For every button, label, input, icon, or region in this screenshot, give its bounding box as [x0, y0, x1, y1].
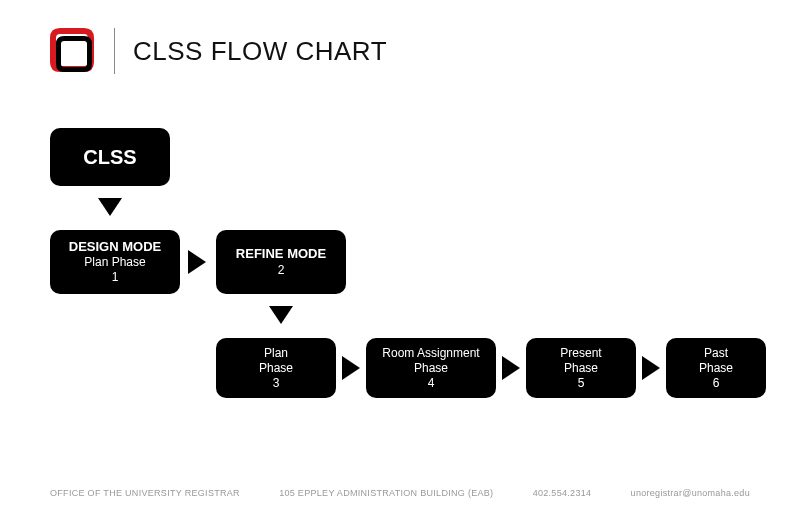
footer-phone: 402.554.2314	[533, 488, 592, 498]
flow-node-line: Phase	[414, 361, 448, 376]
flow-node-refine-mode: REFINE MODE 2	[216, 230, 346, 294]
flow-node-label: CLSS	[83, 145, 136, 170]
uno-logo-icon	[46, 24, 100, 78]
footer-office: OFFICE OF THE UNIVERSITY REGISTRAR	[50, 488, 240, 498]
flow-node-line: Plan Phase	[84, 255, 145, 270]
arrow-right-icon	[342, 356, 360, 380]
flow-node-room-assignment: Room Assignment Phase 4	[366, 338, 496, 398]
flow-node-line: 3	[273, 376, 280, 391]
flow-node-past-phase: Past Phase 6	[666, 338, 766, 398]
flow-node-line: Plan	[264, 346, 288, 361]
footer-address: 105 EPPLEY ADMINISTRATION BUILDING (EAB)	[279, 488, 493, 498]
flow-node-clss: CLSS	[50, 128, 170, 186]
flow-node-line: DESIGN MODE	[69, 239, 161, 255]
flow-node-line: Present	[560, 346, 601, 361]
flow-node-line: 1	[112, 270, 119, 285]
flow-node-line: Phase	[259, 361, 293, 376]
flow-node-line: 5	[578, 376, 585, 391]
flow-node-line: Phase	[699, 361, 733, 376]
arrow-down-icon	[98, 198, 122, 216]
arrow-down-icon	[269, 306, 293, 324]
flow-node-plan-phase-3: Plan Phase 3	[216, 338, 336, 398]
arrow-right-icon	[502, 356, 520, 380]
flow-node-line: 4	[428, 376, 435, 391]
arrow-right-icon	[642, 356, 660, 380]
footer-email: unoregistrar@unomaha.edu	[631, 488, 750, 498]
flow-node-line: Room Assignment	[382, 346, 479, 361]
footer: OFFICE OF THE UNIVERSITY REGISTRAR 105 E…	[50, 488, 750, 498]
flow-node-line: 6	[713, 376, 720, 391]
flow-node-present-phase: Present Phase 5	[526, 338, 636, 398]
header: CLSS FLOW CHART	[46, 24, 387, 78]
arrow-right-icon	[188, 250, 206, 274]
page-title: CLSS FLOW CHART	[133, 36, 387, 67]
flow-node-design-mode: DESIGN MODE Plan Phase 1	[50, 230, 180, 294]
flow-node-line: 2	[278, 263, 285, 278]
flow-node-line: Past	[704, 346, 728, 361]
flow-node-line: REFINE MODE	[236, 246, 326, 262]
header-divider	[114, 28, 115, 74]
flow-node-line: Phase	[564, 361, 598, 376]
